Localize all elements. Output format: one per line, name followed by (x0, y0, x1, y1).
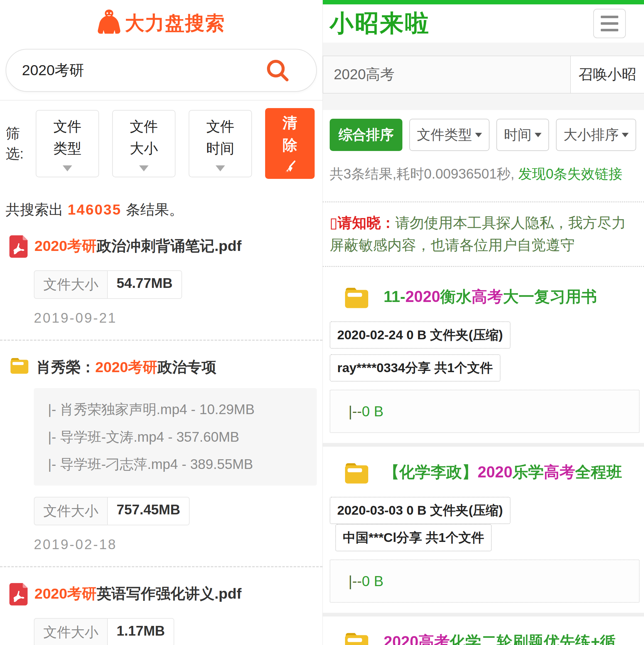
chevron-down-icon (63, 165, 72, 171)
search-result: 2020考研政治冲刺背诵笔记.pdf 文件大小54.77MB 2019-09-2… (9, 235, 317, 326)
folder-file-list: |--0 B (330, 560, 640, 603)
file-list-item[interactable]: |- 肖秀荣独家声明.mp4 - 10.29MB (48, 400, 311, 419)
sort-comprehensive-button[interactable]: 综合排序 (330, 119, 402, 151)
search-bar[interactable] (6, 49, 317, 92)
folder-icon (9, 357, 29, 377)
sort-time-button[interactable]: 时间 (496, 119, 549, 151)
sort-size-button[interactable]: 大小排序 (556, 119, 636, 151)
result-count: 146035 (68, 201, 122, 218)
folder-icon (343, 286, 370, 311)
search-input[interactable] (323, 56, 571, 93)
header-divider (0, 100, 322, 100)
chevron-down-icon (535, 133, 541, 137)
search-input[interactable] (6, 62, 245, 79)
result-separator (0, 340, 322, 341)
xiaozhao-header: 小昭来啦 (323, 4, 644, 43)
file-list-item[interactable]: |--0 B (348, 573, 639, 590)
search-result: 肖秀榮：2020考研政治专项 |- 肖秀荣独家声明.mp4 - 10.29MB … (9, 357, 317, 552)
folder-file-list: |--0 B (330, 390, 640, 433)
result-title[interactable]: 2020高考化学二轮刷题优先练+循环练 (383, 632, 622, 645)
dalipan-app: 大力盘搜索 筛选: 文件类型 文件大小 文件时间 (0, 0, 322, 645)
chevron-down-icon (139, 165, 149, 171)
folder-icon (343, 462, 370, 486)
menu-icon (601, 16, 618, 18)
search-result: 2020高考化学二轮刷题优先练+循环练 2020-01-20 172 MB 文件… (330, 632, 640, 645)
search-result: 11-2020衡水高考大一复习用书 2020-02-24 0 B 文件夹(压缩)… (330, 286, 640, 433)
filter-row: 筛选: 文件类型 文件大小 文件时间 清除 (6, 108, 322, 179)
share-info-badge: ray****0334分享 共1个文件 (330, 354, 500, 382)
dalipan-header: 大力盘搜索 (0, 9, 322, 38)
file-list-item[interactable]: |- 导学班-刁志萍.mp4 - 389.55MB (48, 455, 311, 473)
app-title: 大力盘搜索 (125, 10, 225, 36)
sort-file-type-button[interactable]: 文件类型 (409, 119, 489, 151)
result-title[interactable]: 2020考研政治冲刺背诵笔记.pdf (34, 235, 241, 256)
result-title[interactable]: 11-2020衡水高考大一复习用书 (383, 286, 597, 307)
clear-filters-button[interactable]: 清除 (265, 108, 315, 179)
chevron-down-icon (622, 133, 629, 137)
date-size-badge: 2020-03-03 0 B 文件夹(压缩) (330, 497, 510, 524)
filter-file-time[interactable]: 文件时间 (189, 110, 252, 177)
result-separator (323, 613, 644, 617)
app-title: 小昭来啦 (330, 8, 430, 40)
date-size-badge: 2020-02-24 0 B 文件夹(压缩) (330, 321, 510, 349)
broom-icon (283, 160, 297, 175)
search-result: 【化学李政】2020乐学高考全程班 2020-03-03 0 B 文件夹(压缩)… (330, 462, 640, 603)
filter-file-type[interactable]: 文件类型 (36, 110, 99, 177)
file-list-item[interactable]: |--0 B (348, 403, 639, 420)
privacy-notice: ▯请知晓：请勿使用本工具探人隐私，我方尽力屏蔽敏感内容，也请各位用户自觉遵守 (323, 201, 644, 267)
file-size-badge: 文件大小757.45MB (34, 497, 190, 525)
gorilla-logo-icon (98, 9, 121, 38)
file-list-item[interactable]: |- 导学班-文涛.mp4 - 357.60MB (48, 428, 311, 446)
pdf-file-icon (9, 235, 28, 259)
result-date: 2019-09-21 (34, 310, 317, 326)
dual-screenshot: 大力盘搜索 筛选: 文件类型 文件大小 文件时间 (0, 0, 644, 645)
folder-icon (343, 632, 370, 645)
result-count-line: 共搜索出146035条结果。 (6, 200, 317, 220)
top-accent-bar (323, 0, 644, 4)
filter-file-size[interactable]: 文件大小 (112, 110, 175, 177)
summon-search-button[interactable]: 召唤小昭 (571, 56, 644, 93)
filter-label: 筛选: (6, 123, 23, 164)
result-separator (0, 566, 322, 567)
result-separator (323, 443, 644, 447)
search-band: 召唤小昭 (323, 43, 644, 110)
chevron-down-icon (475, 133, 482, 137)
search-result: 2020考研英语写作强化讲义.pdf 文件大小1.17MB 2019-11-25 (9, 583, 317, 645)
search-status-line: 共3条结果,耗时0.00936501秒, 发现0条失效链接 (330, 165, 644, 183)
pdf-file-icon (9, 583, 28, 607)
sort-row: 综合排序 文件类型 时间 大小排序 (330, 119, 644, 151)
share-info-badge: 中国***Cl分享 共1个文件 (335, 524, 492, 551)
search-bar: 召唤小昭 (323, 56, 644, 93)
xiaozhao-app: 小昭来啦 召唤小昭 综合排序 文件类型 时间 大小排序 (322, 0, 644, 645)
result-date: 2019-02-18 (34, 536, 317, 552)
search-icon[interactable] (264, 57, 292, 86)
dead-link-status[interactable]: 发现0条失效链接 (518, 166, 622, 181)
file-size-badge: 文件大小54.77MB (34, 270, 182, 299)
result-title[interactable]: 2020考研英语写作强化讲义.pdf (34, 583, 241, 603)
folder-file-list: |- 肖秀荣独家声明.mp4 - 10.29MB |- 导学班-文涛.mp4 -… (34, 388, 317, 485)
chevron-down-icon (215, 165, 225, 171)
file-size-badge: 文件大小1.17MB (34, 618, 174, 645)
result-title[interactable]: 【化学李政】2020乐学高考全程班 (383, 462, 622, 483)
menu-button[interactable] (593, 9, 626, 38)
results-list: 11-2020衡水高考大一复习用书 2020-02-24 0 B 文件夹(压缩)… (323, 286, 644, 645)
result-title[interactable]: 肖秀榮：2020考研政治专项 (36, 357, 216, 377)
